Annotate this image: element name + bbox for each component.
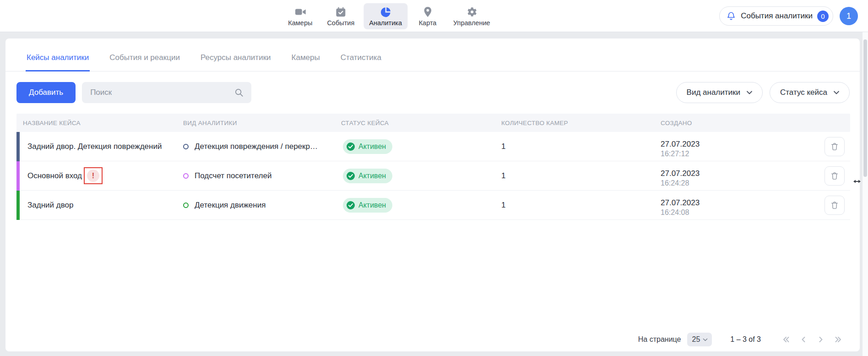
created-cell: 27.07.2023 16:24:28 <box>661 164 815 188</box>
status-badge: Активен <box>343 139 392 154</box>
nav-label-events: События <box>327 19 354 27</box>
calendar-check-icon <box>335 6 347 18</box>
case-name: Задний двор <box>27 201 73 210</box>
mouse-cursor <box>853 178 861 185</box>
camera-count: 1 <box>501 201 505 210</box>
table-row[interactable]: Задний двор. Детекция повреждений Детекц… <box>16 132 850 161</box>
analytics-events-button[interactable]: События аналитики 0 <box>719 6 833 26</box>
analytics-events-label: События аналитики <box>741 11 813 21</box>
warning-highlight-box: ! <box>84 167 103 184</box>
toolbar: Добавить Вид аналитики Статус кейса <box>5 71 860 114</box>
nav-item-management[interactable]: Управление <box>448 3 496 29</box>
created-time: 16:24:28 <box>661 179 815 188</box>
tab-analytics-resources[interactable]: Ресурсы аналитики <box>200 53 272 71</box>
status-label: Активен <box>358 142 386 151</box>
tab-analytics-cases[interactable]: Кейсы аналитики <box>26 53 90 71</box>
created-cell: 27.07.2023 16:27:12 <box>661 135 815 159</box>
last-page-button[interactable] <box>833 334 843 345</box>
tab-events-reactions[interactable]: События и реакции <box>108 53 181 71</box>
status-label: Активен <box>358 201 386 209</box>
check-circle-icon <box>347 172 355 180</box>
nav-label-cameras: Камеры <box>288 19 312 27</box>
case-color-stripe <box>16 191 20 220</box>
table-row[interactable]: Задний двор Детекция движения Активен 1 … <box>16 191 850 220</box>
analytics-panel: Кейсы аналитики События и реакции Ресурс… <box>5 38 860 351</box>
search-icon <box>234 88 244 98</box>
case-status-filter[interactable]: Статус кейса <box>770 82 850 103</box>
chevron-down-icon <box>702 337 708 343</box>
prev-page-button[interactable] <box>798 334 808 345</box>
search-input[interactable] <box>82 82 251 103</box>
tab-bar: Кейсы аналитики События и реакции Ресурс… <box>5 38 860 71</box>
analytics-type-label: Подсчет посетителей <box>195 171 271 181</box>
top-bar: Камеры События Аналитика Карта <box>0 0 868 32</box>
chevron-down-icon <box>746 89 753 96</box>
map-pin-icon <box>422 6 434 18</box>
first-page-button[interactable] <box>781 334 791 345</box>
status-label: Активен <box>358 172 386 180</box>
per-page-label: На странице <box>638 335 681 344</box>
case-status-filter-label: Статус кейса <box>780 88 827 97</box>
created-date: 27.07.2023 <box>661 169 815 179</box>
column-header-camera-count: КОЛИЧЕСТВО КАМЕР <box>501 120 661 126</box>
analytics-type-filter-label: Вид аналитики <box>687 88 740 97</box>
user-avatar[interactable]: 1 <box>840 7 858 25</box>
tab-statistics[interactable]: Статистика <box>340 53 382 71</box>
per-page-value: 25 <box>692 335 700 344</box>
chevron-down-icon <box>833 89 840 96</box>
analytics-type-label: Детекция движения <box>195 201 266 210</box>
case-color-stripe <box>16 161 20 191</box>
bell-icon <box>726 11 736 21</box>
chevron-right-icon <box>816 335 825 344</box>
created-date: 27.07.2023 <box>661 139 815 149</box>
add-case-button[interactable]: Добавить <box>16 82 76 103</box>
chevron-left-icon <box>799 335 808 344</box>
delete-case-button[interactable] <box>825 196 845 215</box>
analytics-type-icon <box>183 144 189 149</box>
created-date: 27.07.2023 <box>661 198 815 208</box>
column-header-created: СОЗДАНО <box>661 120 815 126</box>
top-right-cluster: События аналитики 0 1 <box>719 0 858 32</box>
cases-table: НАЗВАНИЕ КЕЙСА ВИД АНАЛИТИКИ СТАТУС КЕЙС… <box>16 114 850 220</box>
created-time: 16:24:08 <box>661 208 815 217</box>
table-row[interactable]: Основной вход ! Подсчет посетителей Акти… <box>16 161 850 191</box>
tab-cameras[interactable]: Камеры <box>291 53 321 71</box>
nav-item-map[interactable]: Карта <box>411 3 444 29</box>
double-chevron-left-icon <box>781 335 791 344</box>
analytics-type-filter[interactable]: Вид аналитики <box>676 82 763 103</box>
per-page-select[interactable]: 25 <box>687 333 712 346</box>
nav-item-events[interactable]: События <box>321 3 360 29</box>
video-camera-icon <box>294 6 306 18</box>
nav-item-cameras[interactable]: Камеры <box>282 3 318 29</box>
double-chevron-right-icon <box>834 335 843 344</box>
trash-icon <box>830 171 839 181</box>
scrollbar-track[interactable] <box>863 32 868 356</box>
nav-label-management-map: Карта <box>419 19 437 27</box>
pager-controls <box>781 334 843 345</box>
search-field <box>82 82 251 103</box>
status-badge: Активен <box>343 169 392 183</box>
analytics-type-icon <box>183 173 189 179</box>
column-header-case-name: НАЗВАНИЕ КЕЙСА <box>16 120 183 126</box>
column-header-analytics-type: ВИД АНАЛИТИКИ <box>183 120 341 126</box>
camera-count: 1 <box>501 142 505 151</box>
analytics-type-label: Детекция повреждения / перекр… <box>195 142 318 151</box>
delete-case-button[interactable] <box>825 137 845 156</box>
nav-label-analytics: Аналитика <box>369 19 402 27</box>
main-navigation: Камеры События Аналитика Карта <box>282 0 495 32</box>
pagination-range: 1 – 3 of 3 <box>730 335 761 344</box>
analytics-type-icon <box>183 203 189 208</box>
next-page-button[interactable] <box>816 334 826 345</box>
status-badge: Активен <box>343 198 392 213</box>
nav-label-management: Управление <box>453 19 490 27</box>
filter-group: Вид аналитики Статус кейса <box>676 82 850 103</box>
created-time: 16:27:12 <box>661 149 815 159</box>
nav-item-analytics[interactable]: Аналитика <box>363 3 407 29</box>
delete-case-button[interactable] <box>825 166 845 186</box>
events-count-badge: 0 <box>817 11 829 22</box>
pagination-bar: На странице 25 1 – 3 of 3 <box>638 332 843 347</box>
camera-count: 1 <box>501 171 505 181</box>
scrollbar-thumb[interactable] <box>863 39 867 177</box>
case-name: Задний двор. Детекция повреждений <box>27 142 162 151</box>
case-name: Основной вход <box>27 171 82 181</box>
